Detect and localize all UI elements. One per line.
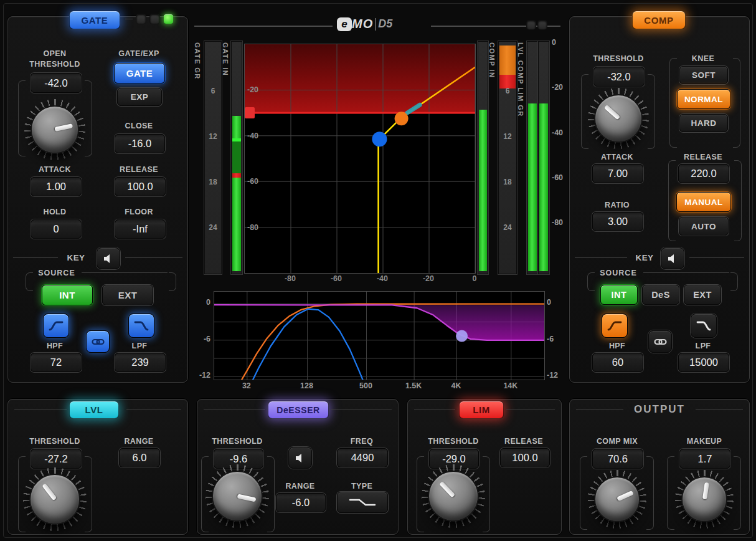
logo-e-mark: e — [337, 17, 352, 31]
output-comp-mix-knob[interactable] — [592, 474, 642, 524]
lim-threshold-label: THRESHOLD — [428, 437, 478, 446]
gate-led-2 — [150, 14, 159, 24]
output-makeup-value[interactable]: 1.7 — [679, 449, 730, 469]
divider — [689, 257, 744, 258]
bracket — [668, 160, 676, 241]
lim-release-value[interactable]: 100.0 — [500, 448, 550, 467]
meter-scale-label: 6 — [205, 87, 221, 95]
divider — [331, 409, 392, 409]
deesser-type-button[interactable] — [337, 492, 388, 513]
deesser-range-value[interactable]: -6.0 — [276, 493, 326, 512]
db-tick-label: -6 — [192, 335, 210, 343]
comp-source-des-button[interactable]: DeS — [642, 285, 679, 305]
divider — [14, 409, 67, 409]
bracket — [646, 456, 654, 530]
output-panel: OUTPUT COMP MIX 70.6 MAKEUP 1.7 — [569, 399, 750, 535]
comp-source-int-button[interactable]: INT — [600, 285, 638, 305]
comp-section-button[interactable]: COMP — [632, 11, 686, 29]
comp-lpf-enable-button[interactable] — [691, 314, 717, 338]
db-tick-label: 0 — [547, 298, 565, 307]
divider — [575, 257, 627, 258]
lvl-threshold-knob[interactable] — [27, 472, 82, 527]
comp-knee-label: KNEE — [692, 54, 714, 63]
x-tick-label: -60 — [326, 274, 346, 283]
gate-key-listen-button[interactable] — [97, 247, 120, 269]
comp-source-ext-button[interactable]: EXT — [684, 285, 721, 305]
gate-close-value[interactable]: -16.0 — [115, 134, 165, 153]
bracket — [85, 80, 92, 156]
emo-d5-plugin-window: GATE OPEN THRESHOLD -42.0 GATE/EXP GATE … — [0, 0, 756, 541]
gate-hpf-value[interactable]: 72 — [31, 353, 82, 372]
gate-source-int-button[interactable]: INT — [42, 285, 93, 305]
gate-mode-gate-button[interactable]: GATE — [114, 63, 165, 84]
gate-filter-link-button[interactable] — [86, 330, 110, 353]
gate-mode-exp-button[interactable]: EXP — [117, 88, 162, 106]
gate-floor-label: FLOOR — [125, 208, 153, 216]
gate-source-ext-button[interactable]: EXT — [102, 285, 153, 305]
deesser-freq-handle[interactable] — [456, 330, 468, 342]
gate-hpf-enable-button[interactable] — [43, 314, 69, 338]
comp-release-label: RELEASE — [684, 153, 722, 161]
meter-scale-label: 18 — [205, 178, 221, 186]
gate-open-threshold-value[interactable]: -42.0 — [31, 73, 82, 93]
lvl-threshold-value[interactable]: -27.2 — [31, 449, 82, 469]
x-tick-label: -80 — [280, 274, 300, 283]
gate-lpf-enable-button[interactable] — [128, 314, 154, 338]
deesser-type-label: TYPE — [351, 482, 372, 491]
limit-handle[interactable] — [245, 107, 255, 118]
gate-release-value[interactable]: 100.0 — [115, 177, 166, 196]
meter-segment — [479, 110, 487, 271]
divider — [576, 409, 623, 410]
comp-key-label: KEY — [636, 253, 654, 262]
comp-threshold-value[interactable]: -32.0 — [593, 67, 645, 87]
comp-filter-link-button[interactable] — [648, 330, 672, 353]
gate-section-button[interactable]: GATE — [69, 11, 120, 29]
gate-threshold-handle[interactable] — [372, 132, 387, 146]
output-makeup-knob[interactable] — [679, 474, 729, 524]
comp-ratio-value[interactable]: 3.00 — [592, 212, 643, 231]
gate-hold-value[interactable]: 0 — [31, 219, 82, 239]
lvl-section-button[interactable]: LVL — [69, 401, 119, 419]
bracket — [667, 456, 674, 530]
gate-lpf-value[interactable]: 239 — [115, 353, 166, 372]
deesser-listen-button[interactable] — [288, 447, 312, 469]
speaker-icon — [295, 453, 306, 463]
comp-release-value[interactable]: 220.0 — [678, 164, 729, 183]
comp-hpf-enable-button[interactable] — [602, 314, 628, 338]
comp-attack-value[interactable]: 7.00 — [592, 164, 643, 183]
bracket — [580, 456, 587, 530]
lim-threshold-knob[interactable] — [426, 469, 481, 524]
output-meter-led-right — [538, 21, 547, 29]
comp-threshold-knob[interactable] — [592, 92, 645, 145]
comp-lpf-label: LPF — [696, 342, 711, 350]
meter-segment — [232, 141, 241, 173]
logo: e MO D5 — [337, 17, 392, 31]
deesser-threshold-knob[interactable] — [210, 469, 265, 524]
lowpass-filter-icon — [133, 320, 149, 332]
output-meter-left — [527, 41, 538, 274]
lim-section-button[interactable]: LIM — [459, 401, 504, 419]
lvl-threshold-label: THRESHOLD — [29, 437, 80, 446]
comp-attack-label: ATTACK — [601, 153, 633, 161]
x-tick-label: 0 — [465, 274, 484, 283]
bracket — [734, 456, 741, 530]
gate-open-threshold-knob[interactable] — [29, 103, 81, 156]
gate-floor-value[interactable]: -Inf — [115, 219, 166, 239]
comp-threshold-handle[interactable] — [395, 112, 409, 125]
comp-key-listen-button[interactable] — [661, 247, 684, 269]
gate-attack-value[interactable]: 1.00 — [31, 177, 82, 196]
comp-knee-hard-button[interactable]: HARD — [679, 114, 728, 132]
y-tick-label: -40 — [247, 132, 258, 140]
deesser-freq-value[interactable]: 4490 — [337, 448, 388, 467]
deesser-section-button[interactable]: DeESSER — [268, 401, 329, 419]
comp-knee-normal-button[interactable]: NORMAL — [677, 89, 730, 109]
output-comp-mix-value[interactable]: 70.6 — [592, 449, 643, 469]
comp-lpf-value[interactable]: 15000 — [678, 353, 729, 372]
comp-release-manual-button[interactable]: MANUAL — [676, 192, 731, 212]
meter-segment — [232, 116, 241, 138]
comp-release-auto-button[interactable]: AUTO — [679, 217, 729, 236]
lvl-range-value[interactable]: 6.0 — [119, 448, 160, 467]
link-icon — [92, 337, 105, 347]
comp-knee-soft-button[interactable]: SOFT — [679, 66, 728, 84]
comp-hpf-value[interactable]: 60 — [592, 353, 643, 372]
